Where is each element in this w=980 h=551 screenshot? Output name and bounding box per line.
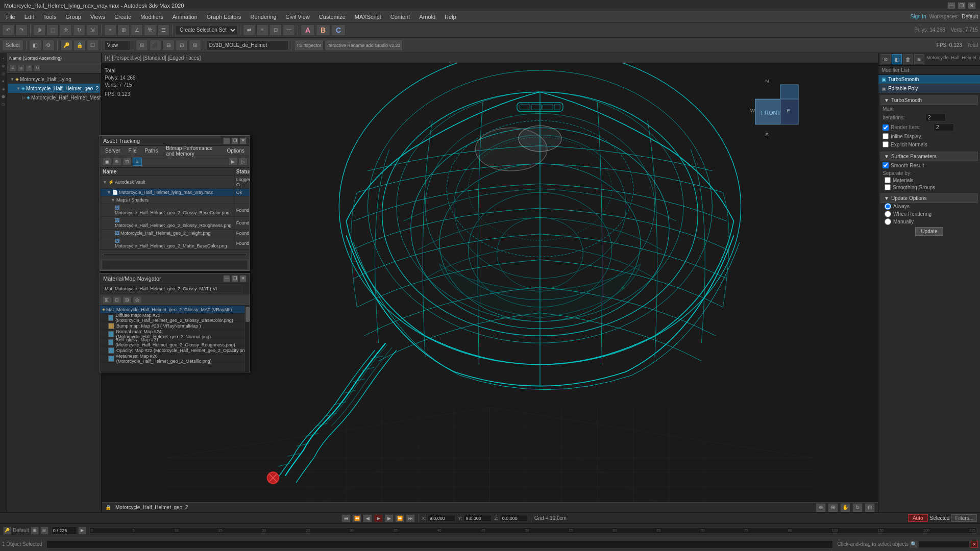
scene-tb2[interactable]: ⊕ (17, 65, 24, 72)
create-button[interactable]: + (104, 24, 116, 36)
menu-modifiers[interactable]: Modifiers (136, 13, 167, 21)
snap-toggle[interactable]: ⊞ (117, 24, 130, 36)
redo-button[interactable]: ↷ (15, 24, 28, 36)
right-icon-3[interactable]: 🗑 (903, 54, 913, 64)
auto-key-btn[interactable]: Auto (908, 514, 928, 522)
menu-edit[interactable]: Edit (20, 13, 38, 21)
turbosmooth-modifier[interactable]: ▣ TurboSmooth (878, 75, 980, 84)
tree-item-root[interactable]: ▼ ◈ Motorcycle_Half_Lying (8, 74, 100, 84)
at-menu-paths[interactable]: Paths (142, 147, 161, 155)
named-sel[interactable]: ☐ (87, 40, 99, 51)
restore-button[interactable]: ❐ (958, 2, 966, 9)
menu-tools[interactable]: Tools (39, 13, 61, 21)
menu-animation[interactable]: Animation (168, 13, 202, 21)
rc-6[interactable]: ⏭ (406, 514, 415, 522)
mn-item-metalness[interactable]: Metalness: Map #26 (Motorcycle_Half_Helm… (100, 355, 250, 363)
tb-icon-5[interactable]: ⊞ (189, 40, 201, 51)
layer-button[interactable]: ⊟ (270, 24, 282, 36)
materials-checkbox[interactable] (885, 177, 891, 183)
menu-rendering[interactable]: Rendering (247, 13, 281, 21)
mn-item-refl[interactable]: Refl_gloss.: Map #21 (Motorcycle_Half_He… (100, 338, 250, 346)
right-icon-1[interactable]: ⚙ (880, 54, 891, 64)
menu-maxscript[interactable]: MAXScript (351, 13, 385, 21)
always-radio[interactable] (885, 203, 891, 210)
align-button[interactable]: ≡ (256, 24, 268, 36)
col-name-header[interactable]: Name (101, 168, 234, 176)
surface-params-header[interactable]: ▼ Surface Parameters (880, 152, 978, 161)
menu-arnold[interactable]: Arnold (415, 13, 439, 21)
scene-tb4[interactable]: ↻ (34, 65, 41, 72)
frame-range-input[interactable] (52, 527, 77, 535)
key-mode[interactable]: 🔑 (60, 40, 72, 51)
menu-create[interactable]: Create (110, 13, 135, 21)
close-button[interactable]: ✕ (968, 2, 976, 9)
table-row-img4[interactable]: 🖼Motorcycle_Half_Helmet_geo_2_Matte_Base… (101, 237, 250, 249)
material-navigator-titlebar[interactable]: Material/Map Navigator — ❐ ✕ (100, 273, 250, 284)
mn-scroll-thumb[interactable] (246, 307, 250, 322)
maximize-btn[interactable]: ⊡ (865, 503, 875, 512)
mn-tb4[interactable]: ◎ (133, 296, 142, 304)
search-icon[interactable]: 🔍 (910, 541, 917, 548)
menu-graph-editors[interactable]: Graph Editors (203, 13, 246, 21)
render-frame[interactable]: B (316, 24, 330, 36)
render-view[interactable]: C (331, 24, 346, 36)
spinner-snap[interactable]: ☰ (157, 24, 169, 36)
minimize-button[interactable]: — (947, 2, 955, 9)
tree-item-mesh[interactable]: ▷ ◈ Motorcycle_Half_Helmet_Mesh_geo_2 (8, 93, 100, 102)
scene-tb1[interactable]: ≡ (9, 65, 16, 72)
menu-file[interactable]: File (2, 13, 19, 21)
table-row-img1[interactable]: 🖼Motorcycle_Half_Helmet_geo_2_Glossy_Bas… (101, 204, 250, 217)
tb-icon-3[interactable]: ⊟ (162, 40, 175, 51)
update-options-header[interactable]: ▼ Update Options (880, 193, 978, 203)
search-input[interactable] (918, 541, 969, 548)
rc-2[interactable]: ⏪ (352, 514, 361, 522)
left-icon-6[interactable]: ⬟ (1, 93, 7, 99)
iterations-input[interactable] (925, 114, 946, 121)
curve-editor[interactable]: 〰 (283, 24, 295, 36)
status-tb3[interactable]: ⊟ (40, 527, 48, 535)
at-menu-server[interactable]: Server (102, 147, 123, 155)
menu-group[interactable]: Group (61, 13, 85, 21)
select-button[interactable]: Select (2, 40, 23, 51)
select-region-button[interactable]: ⬚ (46, 24, 59, 36)
go-frame-btn[interactable]: ▶ (78, 527, 86, 535)
zoom-extents-btn[interactable]: ⊕ (816, 503, 826, 512)
timeline-main[interactable] (46, 540, 834, 548)
at-tb6[interactable]: ▷ (238, 158, 248, 166)
mn-scrollbar[interactable] (244, 306, 250, 372)
timeline-mini[interactable]: 0 5 10 15 20 25 30 35 40 45 50 55 60 65 … (89, 528, 977, 534)
smooth-result-checkbox[interactable] (883, 162, 889, 168)
options-button[interactable]: ⚙ (42, 40, 55, 51)
at-tb4[interactable]: ≡ (133, 158, 142, 166)
y-input[interactable] (463, 515, 492, 522)
table-row-img3[interactable]: 🖼Motorcycle_Half_Helmet_geo_2_Height.png… (101, 230, 250, 237)
at-tb1[interactable]: ◼ (102, 158, 111, 166)
right-icon-4[interactable]: ≡ (914, 54, 924, 64)
tb-icon-4[interactable]: ⊡ (176, 40, 188, 51)
viewport-mode-select[interactable] (105, 40, 130, 51)
menu-views[interactable]: Views (86, 13, 109, 21)
inline-display-checkbox[interactable] (883, 133, 889, 139)
sign-in-button[interactable]: Sign In (911, 14, 926, 19)
rc-1[interactable]: ⏮ (341, 514, 351, 522)
table-row-max-file[interactable]: ▼📄Motorcycle_Half_Helmet_lying_max_vray.… (101, 189, 250, 196)
mn-restore-btn[interactable]: ❐ (231, 275, 238, 282)
left-icon-3[interactable]: ◎ (1, 70, 7, 77)
render-iters-input[interactable] (934, 123, 954, 131)
tree-item-geo2[interactable]: ▼ ◈ Motorcycle_Half_Helmet_geo_2 (8, 84, 100, 93)
mn-minimize-btn[interactable]: — (223, 275, 230, 282)
at-menu-file[interactable]: File (125, 147, 139, 155)
rc-3[interactable]: ◀ (363, 514, 372, 522)
turbosmooth-section-header[interactable]: ▼ TurboSmooth (880, 95, 978, 105)
menu-content[interactable]: Content (386, 13, 414, 21)
at-menu-options[interactable]: Options (224, 147, 248, 155)
inspector-btn[interactable]: TSInspector (294, 40, 324, 51)
undo-button[interactable]: ↶ (2, 24, 14, 36)
mn-tb1[interactable]: ⊞ (102, 296, 111, 304)
mn-close-btn[interactable]: ✕ (239, 275, 247, 282)
create-selection-set[interactable]: Create Selection Set (175, 25, 237, 35)
when-rendering-radio[interactable] (885, 211, 891, 217)
mn-tb3[interactable]: ⊞ (122, 296, 132, 304)
scene-tb3[interactable]: ☉ (26, 65, 33, 72)
table-row-img2[interactable]: 🖼Motorcycle_Half_Helmet_geo_2_Glossy_Rou… (101, 217, 250, 230)
